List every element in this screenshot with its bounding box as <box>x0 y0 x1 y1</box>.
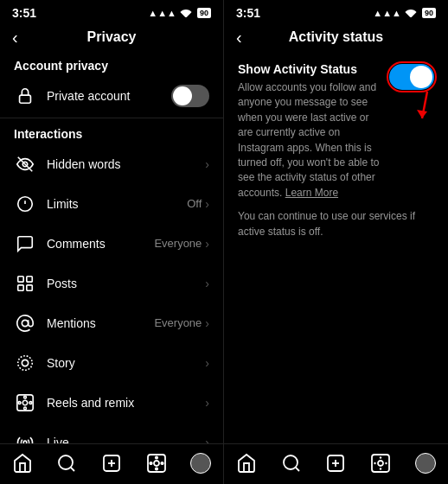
signal-icon: ▲▲▲ <box>148 8 176 18</box>
svg-point-12 <box>18 355 33 370</box>
back-button-left[interactable]: ‹ <box>12 28 18 48</box>
limits-right: Off › <box>187 197 209 211</box>
nav-home-left[interactable] <box>10 451 35 475</box>
menu-item-mentions[interactable]: Mentions Everyone › <box>0 303 223 343</box>
chevron-icon: › <box>205 396 209 410</box>
posts-icon <box>14 272 36 295</box>
svg-line-43 <box>295 468 298 471</box>
menu-item-live[interactable]: Live › <box>0 423 223 444</box>
bottom-nav-right <box>224 443 448 484</box>
nav-profile-right[interactable] <box>413 451 438 475</box>
show-activity-desc: Allow accounts you follow and anyone you… <box>238 80 381 201</box>
private-account-label: Private account <box>47 89 161 103</box>
svg-point-18 <box>29 401 32 404</box>
chevron-icon: › <box>205 436 209 444</box>
svg-point-10 <box>22 320 28 326</box>
comments-label: Comments <box>47 237 144 251</box>
svg-point-17 <box>18 401 21 404</box>
activity-note: You can continue to use our services if … <box>238 209 434 239</box>
wifi-icon-right <box>405 7 417 19</box>
lock-icon <box>14 85 36 107</box>
back-button-right[interactable]: ‹ <box>236 28 242 48</box>
menu-item-hidden-words[interactable]: Hidden words › <box>0 144 223 184</box>
svg-point-52 <box>386 462 387 464</box>
menu-item-story[interactable]: Story › <box>0 343 223 383</box>
svg-point-50 <box>380 468 381 469</box>
menu-item-limits[interactable]: Limits Off › <box>0 184 223 224</box>
svg-point-11 <box>22 360 28 366</box>
mentions-right: Everyone › <box>154 316 209 330</box>
chevron-icon: › <box>205 157 209 171</box>
left-panel: 3:51 ▲▲▲ 90 ‹ Privacy Account privacy Pr… <box>0 0 224 484</box>
limits-label: Limits <box>47 197 176 211</box>
mentions-value: Everyone <box>154 316 202 329</box>
activity-status-header: ‹ Activity status <box>224 24 448 52</box>
nav-add-left[interactable] <box>99 451 124 475</box>
mentions-icon <box>14 312 36 334</box>
signal-icon-right: ▲▲▲ <box>373 8 401 18</box>
svg-point-48 <box>378 461 383 466</box>
menu-item-posts[interactable]: Posts › <box>0 264 223 303</box>
time-right: 3:51 <box>236 6 260 20</box>
svg-point-29 <box>59 455 73 469</box>
nav-add-right[interactable] <box>323 451 348 475</box>
nav-reels-right[interactable] <box>368 451 393 475</box>
activity-content: Show Activity Status Allow accounts you … <box>224 52 448 443</box>
nav-home-right[interactable] <box>234 451 259 475</box>
activity-status-title: Activity status <box>289 29 383 45</box>
chevron-icon: › <box>205 277 209 290</box>
privacy-title: Privacy <box>87 29 137 45</box>
comments-value: Everyone <box>154 237 202 250</box>
limits-value: Off <box>187 197 202 210</box>
avatar-right <box>415 453 436 474</box>
svg-point-42 <box>284 455 298 469</box>
show-activity-title: Show Activity Status <box>238 62 381 76</box>
right-panel: 3:51 ▲▲▲ 90 ‹ Activity status Show Activ… <box>224 0 448 484</box>
posts-right: › <box>205 277 209 290</box>
battery-right: 90 <box>422 8 436 18</box>
svg-point-39 <box>161 462 163 464</box>
interactions-label: Interactions <box>0 120 223 144</box>
svg-rect-7 <box>27 276 32 281</box>
hidden-words-icon <box>14 153 36 175</box>
privacy-header: ‹ Privacy <box>0 24 223 52</box>
chevron-icon: › <box>205 356 209 370</box>
svg-point-38 <box>150 462 151 464</box>
hidden-words-label: Hidden words <box>47 157 195 171</box>
svg-point-15 <box>24 396 27 398</box>
time-left: 3:51 <box>12 6 36 20</box>
comments-icon <box>14 232 36 255</box>
nav-profile-left[interactable] <box>189 451 213 475</box>
nav-reels-left[interactable] <box>144 451 169 475</box>
chevron-icon: › <box>205 197 209 211</box>
live-icon <box>14 431 36 444</box>
menu-item-comments[interactable]: Comments Everyone › <box>0 224 223 264</box>
reels-remix-label: Reels and remix <box>47 396 195 410</box>
bottom-nav-left <box>0 443 223 484</box>
story-label: Story <box>47 356 195 370</box>
learn-more-link[interactable]: Learn More <box>285 187 338 199</box>
svg-point-16 <box>24 407 27 410</box>
nav-search-right[interactable] <box>279 451 304 475</box>
story-icon <box>14 352 36 374</box>
svg-rect-0 <box>20 95 31 103</box>
show-activity-text-block: Show Activity Status Allow accounts you … <box>238 62 381 201</box>
svg-point-14 <box>22 400 28 405</box>
svg-rect-6 <box>18 276 23 281</box>
live-label: Live <box>47 436 195 444</box>
nav-search-left[interactable] <box>54 451 79 475</box>
story-right: › <box>205 356 209 370</box>
avatar-left <box>190 453 211 474</box>
wifi-icon <box>180 7 192 19</box>
status-bar-left: 3:51 ▲▲▲ 90 <box>0 0 223 24</box>
menu-item-reels-remix[interactable]: Reels and remix › <box>0 383 223 423</box>
svg-point-19 <box>23 441 27 443</box>
live-right: › <box>205 436 209 444</box>
show-activity-row: Show Activity Status Allow accounts you … <box>238 62 434 201</box>
show-activity-toggle[interactable] <box>389 64 434 90</box>
menu-item-private-account[interactable]: Private account <box>0 76 223 116</box>
svg-point-49 <box>380 456 381 458</box>
svg-rect-8 <box>18 284 23 290</box>
svg-point-51 <box>374 462 376 464</box>
private-account-toggle[interactable] <box>171 85 209 107</box>
